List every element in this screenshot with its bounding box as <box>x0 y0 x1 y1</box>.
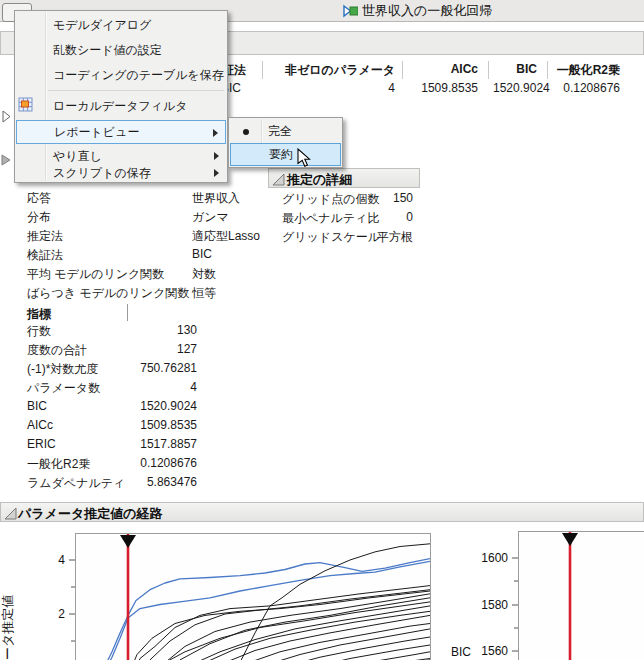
metric-value: 1520.9024 <box>27 399 197 413</box>
summary-label: 応答 <box>27 190 51 207</box>
menu-item-report-view[interactable]: レポートビュー <box>16 120 226 144</box>
submenu-item-summary[interactable]: 要約 <box>230 143 341 166</box>
submenu-arrow-icon <box>214 169 219 177</box>
svg-text:1600: 1600 <box>481 551 508 565</box>
menu-item-random-seed[interactable]: 乱数シード値の設定 <box>16 38 226 62</box>
estimation-value: 150 <box>282 191 413 205</box>
summary-label: 平均 モデルのリンク関数 <box>27 266 164 283</box>
column-divider <box>402 61 403 79</box>
summary-value: 恒等 <box>192 285 216 302</box>
table-col-genr2: 一般化R2乗 <box>552 62 620 79</box>
metric-value: 750.76281 <box>27 361 197 375</box>
disclosure-expanded-icon[interactable] <box>272 173 285 186</box>
metric-value: 4 <box>27 380 197 394</box>
window-title: 世界収入の一般化回帰 <box>362 2 492 20</box>
menu-separator <box>48 90 224 91</box>
paths-section-title: パラメータ推定値の経路 <box>18 505 163 523</box>
metric-value: 127 <box>27 342 197 356</box>
menu-item-local-data-filter[interactable]: ローカルデータフィルタ <box>16 94 226 118</box>
table-cell-bic: 1520.9024 <box>493 81 537 95</box>
svg-text:パラメータ推定値: パラメータ推定値 <box>0 595 15 660</box>
svg-text:4: 4 <box>58 553 65 567</box>
table-col-bic: BIC <box>493 62 537 76</box>
column-divider <box>547 61 548 79</box>
metric-value: 5.863476 <box>27 475 197 489</box>
submenu-arrow-icon <box>214 152 219 160</box>
disclosure-collapsed-icon[interactable] <box>2 110 12 123</box>
svg-text:2: 2 <box>58 607 65 621</box>
table-cell-genr2: 0.1208676 <box>552 81 620 95</box>
mouse-cursor-icon <box>297 148 311 168</box>
summary-value: BIC <box>192 247 212 261</box>
table-col-nonzero-params: 非ゼロのパラメータ <box>268 62 395 79</box>
estimation-value: 0 <box>282 210 413 224</box>
report-icon <box>342 3 358 19</box>
parameter-paths-plot[interactable] <box>75 533 431 660</box>
table-col-aicc: AICc <box>408 62 478 76</box>
metrics-title: 指標 <box>27 305 51 324</box>
submenu-item-full[interactable]: 完全 <box>230 120 341 143</box>
radio-selected-icon <box>243 129 249 135</box>
summary-value: ガンマ <box>192 209 229 226</box>
summary-label: 検証法 <box>27 247 63 264</box>
summary-label: 分布 <box>27 209 51 226</box>
metrics-divider <box>127 304 128 321</box>
estimation-value: 平方根 <box>282 229 413 246</box>
svg-text:1560: 1560 <box>481 644 508 658</box>
summary-label: ばらつき モデルのリンク関数 <box>27 285 189 302</box>
metric-value: 1509.8535 <box>27 418 197 432</box>
svg-text:1580: 1580 <box>481 598 508 612</box>
data-filter-icon <box>18 97 34 113</box>
table-cell-nonzero-params: 4 <box>268 81 395 95</box>
paths-section-header-bar[interactable]: パラメータ推定値の経路 <box>0 502 644 522</box>
context-menu: モデルダイアログ 乱数シード値の設定 コーディングのテーブルを保存 ローカルデー… <box>14 10 228 183</box>
report-view-submenu: 完全 要約 <box>228 117 343 168</box>
column-divider <box>262 61 263 79</box>
summary-value: 世界収入 <box>192 190 240 207</box>
menu-item-save-coding-table[interactable]: コーディングのテーブルを保存 <box>16 63 226 87</box>
disclosure-expanded-icon[interactable] <box>4 507 17 520</box>
disclosure-gray-icon[interactable] <box>1 154 11 166</box>
metric-value: 130 <box>27 323 197 337</box>
table-cell-aicc: 1509.8535 <box>408 81 478 95</box>
menu-item-save-script[interactable]: スクリプトの保存 <box>16 164 226 182</box>
metric-value: 0.1208676 <box>27 456 197 470</box>
jmp-report-window: 世界収入の一般化回帰 検証法 非ゼロのパラメータ AICc BIC 一般化R2乗… <box>0 0 644 660</box>
summary-value: 適応型Lasso <box>192 228 260 245</box>
svg-text:BIC: BIC <box>451 645 471 659</box>
estimation-details-header-bar[interactable]: 推定の詳細 <box>268 168 420 188</box>
bic-plot[interactable] <box>518 531 644 660</box>
submenu-arrow-icon <box>213 129 218 137</box>
summary-label: 推定法 <box>27 228 63 245</box>
menu-item-model-dialog[interactable]: モデルダイアログ <box>16 13 226 37</box>
column-divider <box>488 61 489 79</box>
metric-value: 1517.8857 <box>27 437 197 451</box>
summary-value: 対数 <box>192 266 216 283</box>
estimation-details-title: 推定の詳細 <box>287 171 352 189</box>
